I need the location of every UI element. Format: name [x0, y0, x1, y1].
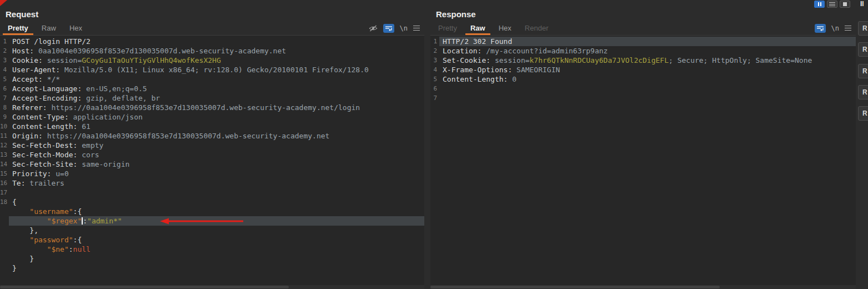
code-line[interactable]: 4X-Frame-Options: SAMEORIGIN: [430, 65, 856, 74]
request-tabs: Pretty Raw Hex \n: [0, 21, 424, 36]
code-line[interactable]: 7Accept-Encoding: gzip, deflate, br: [0, 93, 424, 103]
line-number: [0, 245, 9, 254]
line-number: 16: [0, 178, 9, 188]
response-panel: Response Pretty Raw Hex Render \n 1HTTP/…: [430, 8, 856, 289]
code-text: Cookie: session=GCoyGu1TaOuYTiyGVlHhQ4wo…: [9, 56, 424, 65]
code-line[interactable]: 3Cookie: session=GCoyGu1TaOuYTiyGVlHhQ4w…: [0, 56, 424, 65]
token-value: empty: [82, 141, 103, 150]
tab-request-hex[interactable]: Hex: [63, 21, 89, 35]
pause-button[interactable]: [814, 1, 825, 8]
token-name: Origin:: [12, 132, 47, 140]
code-text: [439, 84, 856, 93]
code-line[interactable]: 6: [430, 84, 856, 93]
stop-button[interactable]: [840, 1, 850, 8]
code-line[interactable]: 1HTTP/2 302 Found: [430, 37, 856, 46]
code-line[interactable]: 1POST /login HTTP/2: [0, 37, 424, 46]
line-number: 12: [0, 141, 9, 150]
token-punct: :{: [73, 207, 82, 216]
code-text: "password":{: [9, 235, 424, 245]
wrap-marker-toggle-icon[interactable]: [815, 24, 826, 33]
inspector-section-button[interactable]: R: [858, 106, 868, 121]
code-line[interactable]: 5Content-Length: 0: [430, 74, 856, 84]
inspector-section-button[interactable]: R: [858, 42, 868, 57]
token-name: X-Frame-Options:: [443, 66, 516, 74]
inspector-section-button[interactable]: R: [858, 85, 868, 99]
inspector-section-button[interactable]: R: [858, 64, 868, 78]
code-line[interactable]: },: [0, 226, 424, 235]
line-number: 10: [0, 122, 9, 131]
token-value: */*: [47, 75, 60, 83]
tab-request-raw[interactable]: Raw: [35, 21, 63, 35]
inspector-section-button[interactable]: R: [858, 21, 868, 36]
code-line[interactable]: 5Accept: */*: [0, 74, 424, 84]
token-value: application/json: [73, 113, 143, 121]
code-line[interactable]: 2Host: 0aa1004e0396958f853e7d130035007d.…: [0, 46, 424, 56]
code-line[interactable]: 15Priority: u=0: [0, 169, 424, 178]
code-line[interactable]: 3Set-Cookie: session=k7hr6QTkNnRDCUay6Da…: [430, 56, 856, 65]
response-editor[interactable]: 1HTTP/2 302 Found2Location: /my-account?…: [430, 36, 856, 289]
code-text: {: [9, 197, 424, 207]
tab-response-hex[interactable]: Hex: [492, 21, 518, 35]
code-line[interactable]: 10Content-Length: 61: [0, 122, 424, 131]
line-number: 7: [430, 93, 439, 103]
wrap-marker-toggle-icon[interactable]: [383, 24, 394, 33]
code-line[interactable]: "$ne":null: [0, 245, 424, 254]
line-number: 5: [0, 74, 9, 84]
tab-response-raw[interactable]: Raw: [464, 21, 492, 35]
line-number: [0, 235, 9, 245]
code-line[interactable]: 7: [430, 93, 856, 103]
code-line[interactable]: }: [0, 254, 424, 263]
code-text: Accept-Language: en-US,en;q=0.5: [9, 84, 424, 93]
request-editor-lines: 1POST /login HTTP/22Host: 0aa1004e039695…: [0, 37, 424, 273]
response-hscrollbar[interactable]: [430, 285, 856, 289]
code-line[interactable]: 6Accept-Language: en-US,en;q=0.5: [0, 84, 424, 93]
code-text: Sec-Fetch-Site: same-origin: [9, 160, 424, 169]
token-param: k7hr6QTkNnRDCUay6Da7JVOl2cDigEFL: [530, 56, 669, 64]
code-line[interactable]: 9Content-Type: application/json: [0, 112, 424, 122]
token-value: https://0aa1004e0396958f853e7d130035007d…: [51, 103, 360, 112]
text-caret: [82, 217, 83, 225]
code-line[interactable]: 4User-Agent: Mozilla/5.0 (X11; Linux x86…: [0, 65, 424, 74]
code-line[interactable]: 11Origin: https://0aa1004e0396958f853e7d…: [0, 131, 424, 141]
token-key: "password": [12, 236, 73, 244]
editor-menu-icon[interactable]: [845, 26, 851, 31]
newline-chars-icon[interactable]: \n: [831, 24, 839, 32]
tab-response-render[interactable]: Render: [518, 21, 555, 35]
editor-menu-icon[interactable]: [413, 26, 420, 31]
code-line[interactable]: 2Location: /my-account?id=admin63rp9anz: [430, 46, 856, 56]
menu-button[interactable]: [827, 1, 837, 8]
token-name: Host:: [12, 47, 38, 55]
line-number: 9: [0, 112, 9, 122]
request-editor[interactable]: 1POST /login HTTP/22Host: 0aa1004e039695…: [0, 36, 424, 289]
code-line[interactable]: "username":{: [0, 207, 424, 216]
code-line[interactable]: 13Sec-Fetch-Mode: cors: [0, 150, 424, 160]
code-line[interactable]: 14Sec-Fetch-Site: same-origin: [0, 160, 424, 169]
token-value: en-US,en;q=0.5: [86, 84, 147, 93]
code-line[interactable]: 12Sec-Fetch-Dest: empty: [0, 141, 424, 150]
token-name: Accept-Encoding:: [12, 94, 86, 102]
code-line[interactable]: }: [0, 263, 424, 273]
code-line[interactable]: 8Referer: https://0aa1004e0396958f853e7d…: [0, 103, 424, 112]
annotation-arrow: [159, 217, 244, 225]
token-value: session=: [495, 56, 530, 64]
request-hscrollbar[interactable]: [0, 285, 424, 289]
code-line[interactable]: 17: [0, 188, 424, 197]
line-number: 2: [430, 46, 439, 56]
line-number: 3: [0, 56, 9, 65]
code-line[interactable]: 16Te: trailers: [0, 178, 424, 188]
token-name: Priority:: [12, 170, 56, 178]
tab-request-pretty[interactable]: Pretty: [1, 21, 35, 35]
code-text: User-Agent: Mozilla/5.0 (X11; Linux x86_…: [9, 65, 424, 74]
line-number: 5: [430, 74, 439, 84]
token-name: Location:: [443, 47, 486, 55]
token-name: Content-Length:: [12, 122, 82, 131]
token-punct: },: [12, 226, 38, 235]
code-text: Accept: */*: [9, 74, 424, 84]
stop-icon: [843, 2, 847, 6]
code-line[interactable]: 18{: [0, 197, 424, 207]
code-line[interactable]: "password":{: [0, 235, 424, 245]
newline-chars-icon[interactable]: \n: [400, 24, 408, 32]
token-punct: }: [12, 264, 17, 272]
hide-matching-icon[interactable]: [369, 25, 378, 32]
tab-response-pretty[interactable]: Pretty: [432, 21, 464, 35]
